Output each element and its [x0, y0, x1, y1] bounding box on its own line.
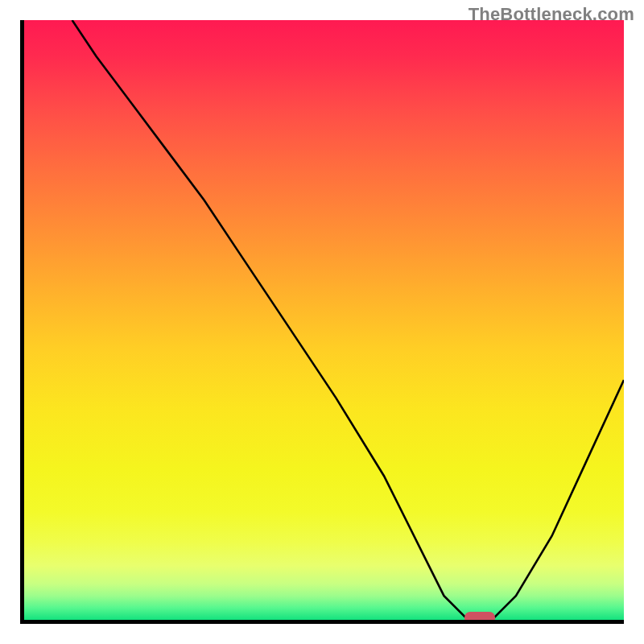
bottleneck-curve	[24, 20, 624, 620]
curve-path	[72, 20, 624, 620]
plot-area	[20, 20, 624, 624]
chart-container: TheBottleneck.com	[0, 0, 644, 644]
watermark-text: TheBottleneck.com	[469, 4, 634, 25]
optimal-marker	[464, 612, 495, 624]
